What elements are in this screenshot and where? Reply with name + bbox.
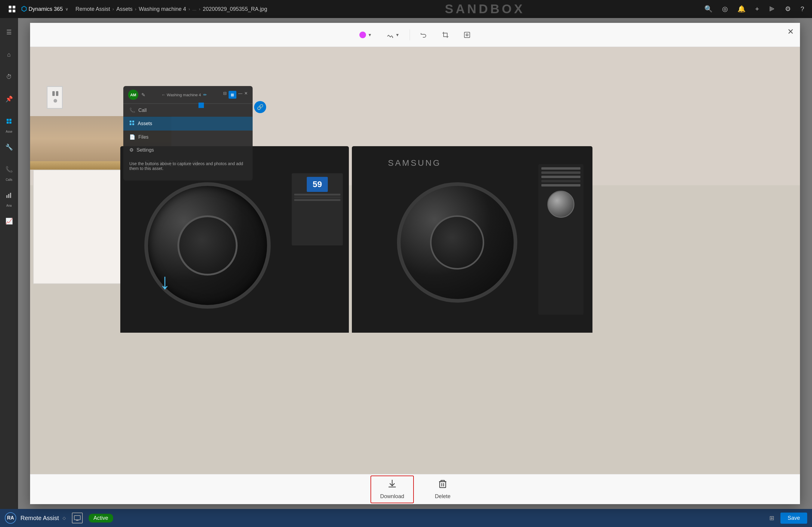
status-grid-icon[interactable]: ⊞ (769, 514, 774, 522)
color-picker-button[interactable]: ▼ (355, 29, 376, 41)
svg-rect-12 (130, 120, 131, 123)
sandbox-label: SANDBOX (445, 2, 525, 16)
breadcrumb-washing-machine[interactable]: Washing machine 4 (139, 6, 186, 12)
search-icon[interactable]: 🔍 (702, 3, 714, 15)
dryer-controls (538, 164, 583, 315)
status-app-name: Remote Assist (20, 515, 59, 522)
wall-outlet (47, 86, 63, 109)
inner-edit-icon[interactable]: ✏ (203, 92, 207, 97)
nav-center-brand: SANDBOX (267, 2, 702, 16)
breadcrumb-ellipsis: … (192, 6, 197, 11)
breadcrumb-sep-2: › (135, 6, 136, 11)
inner-nav-call[interactable]: 📞 Call (123, 104, 252, 117)
download-icon (387, 479, 397, 491)
settings-icon[interactable]: ⚙ (783, 3, 793, 15)
action-bar: Download Delete (30, 474, 800, 504)
sidebar-item-pinned[interactable]: 📌 (0, 88, 18, 110)
inner-content-text: Use the buttons above to capture videos … (129, 161, 243, 171)
breadcrumb-filename: 20200929_095355_RA.jpg (203, 6, 267, 12)
nav-right-icons: 🔍 ◎ 🔔 + ⫸ ⚙ ? (702, 3, 806, 15)
svg-rect-11 (464, 32, 470, 38)
left-sidebar: ☰ ⌂ ⏱ 📌 Asse 🔧 📞 Calls (0, 18, 18, 527)
pin-icon: 📌 (1, 91, 16, 106)
inner-avatar: AM (128, 90, 138, 100)
svg-rect-20 (74, 516, 80, 520)
plus-icon[interactable]: + (753, 3, 761, 15)
dryer-right-body: SAMSUNG (352, 146, 593, 333)
breadcrumb-sep-1: › (113, 6, 114, 11)
delete-icon (438, 479, 448, 491)
sidebar-item-home[interactable]: ⌂ (0, 43, 18, 66)
chart-icon: 📈 (1, 214, 16, 229)
image-display-area[interactable]: SAMSUNG 59 (30, 47, 800, 474)
inner-nav-files[interactable]: 📄 Files (123, 130, 252, 143)
bell-icon[interactable]: 🔔 (736, 3, 747, 15)
assets-nav-icon (129, 120, 135, 127)
inner-nav-assets[interactable]: Assets (123, 117, 252, 130)
color-chevron: ▼ (368, 32, 372, 37)
svg-rect-10 (10, 193, 11, 198)
sidebar-item-work-orders[interactable]: 🔧 (0, 136, 18, 158)
apps-grid-icon[interactable] (6, 3, 18, 15)
svg-rect-4 (6, 119, 9, 121)
avatar-initials: RA (7, 515, 14, 521)
inner-back[interactable]: ← Washing machine 4 (161, 92, 201, 97)
status-avatar: RA (5, 512, 16, 524)
sidebar-item-recent[interactable]: ⏱ (0, 66, 18, 88)
status-right-section: ⊞ Save (769, 513, 807, 524)
recent-icon: ⏱ (1, 69, 16, 84)
sidebar-item-calls[interactable]: 📞 Calls (0, 158, 18, 184)
call-label: Call (138, 108, 147, 113)
dynamics-label[interactable]: Dynamics 365 (29, 6, 63, 12)
hamburger-icon: ☰ (1, 25, 16, 40)
inner-controls: ⊟ ▦ — ✕ (223, 91, 248, 99)
inner-ctrl-1[interactable]: ⊟ (223, 91, 227, 99)
breadcrumb-assets[interactable]: Assets (116, 6, 133, 12)
undo-button[interactable] (416, 29, 432, 41)
inner-ctrl-active[interactable]: ▦ (229, 91, 236, 99)
sidebar-item-menu[interactable]: ☰ (0, 21, 18, 43)
svg-rect-2 (9, 10, 11, 12)
call-icon: 📞 (129, 108, 135, 113)
sidebar-item-chart[interactable]: 📈 (0, 210, 18, 232)
work-orders-icon: 🔧 (1, 140, 16, 155)
help-icon[interactable]: ? (799, 3, 806, 15)
calls-label: Calls (6, 178, 12, 182)
annotation-pin-blue[interactable]: 🔗 (254, 101, 266, 113)
breadcrumb-remote-assist[interactable]: Remote Assist (75, 6, 110, 12)
filter-icon[interactable]: ⫸ (767, 3, 777, 15)
check-circle-icon[interactable]: ◎ (720, 3, 729, 15)
inner-panel-header: AM ✎ ← Washing machine 4 ✏ ⊟ ▦ — (123, 86, 252, 104)
inner-avatar-edit[interactable]: ✎ (141, 92, 145, 98)
calls-icon: 📞 (1, 162, 16, 177)
save-button[interactable]: Save (780, 513, 807, 524)
dryer-knob (547, 191, 575, 218)
color-swatch (359, 32, 366, 38)
home-icon: ⌂ (1, 47, 16, 62)
svg-rect-3 (13, 10, 15, 12)
image-viewer-modal: ✕ ▼ ▼ (30, 23, 800, 504)
inner-ctrl-close[interactable]: ✕ (244, 91, 248, 99)
washer-controls-left: 59 (292, 173, 343, 245)
modal-overlay: ✕ ▼ ▼ (18, 18, 812, 509)
inner-ctrl-3[interactable]: — (238, 91, 242, 99)
assets-icon (1, 114, 16, 129)
assets-label: Asse (6, 130, 12, 133)
delete-button[interactable]: Delete (426, 476, 460, 503)
download-button[interactable]: Download (371, 475, 414, 503)
screen-icon[interactable] (72, 513, 83, 523)
sidebar-item-analytics[interactable]: Ana (0, 184, 18, 210)
modal-close-button[interactable]: ✕ (787, 27, 794, 37)
inner-panel: AM ✎ ← Washing machine 4 ✏ ⊟ ▦ — (123, 86, 252, 181)
files-icon: 📄 (129, 134, 135, 140)
svg-rect-14 (130, 123, 131, 125)
breadcrumb: Remote Assist › Assets › Washing machine… (75, 6, 267, 12)
inner-nav-settings[interactable]: ⚙ Settings (123, 143, 252, 156)
assets-nav-label: Assets (138, 121, 152, 126)
draw-tool-button[interactable]: ▼ (382, 29, 404, 41)
resize-button[interactable] (459, 29, 475, 41)
crop-button[interactable] (438, 29, 453, 41)
blue-arrow-annotation: ↑ (159, 272, 170, 297)
download-label: Download (380, 493, 404, 500)
sidebar-item-assets[interactable]: Asse (0, 110, 18, 136)
